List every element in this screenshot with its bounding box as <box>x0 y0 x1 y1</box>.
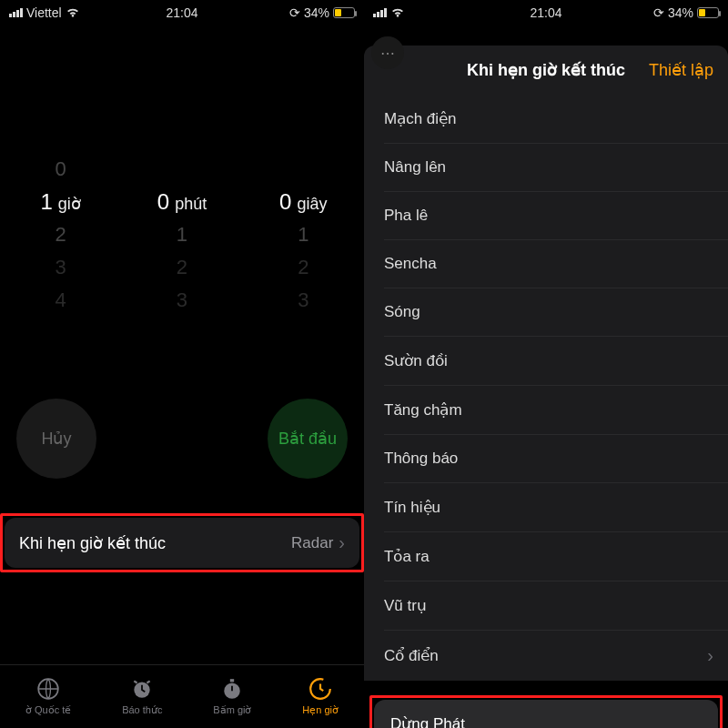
when-timer-ends-value: Radar <box>291 534 333 552</box>
stopwatch-icon <box>220 677 244 701</box>
picker-seconds-column[interactable]: 0giây 1 2 3 <box>248 153 358 317</box>
sound-option-label: Pha lê <box>384 207 428 225</box>
tab-stopwatch[interactable]: Bấm giờ <box>213 677 251 716</box>
sound-option-label: Sóng <box>384 303 420 321</box>
tab-bar: ờ Quốc tế Báo thức Bấm giờ Hẹn giờ <box>0 664 364 728</box>
when-timer-ends-row[interactable]: Khi hẹn giờ kết thúc Radar › <box>5 518 359 568</box>
sound-option[interactable]: Tín hiệu <box>384 483 728 532</box>
battery-icon <box>333 7 355 18</box>
start-button[interactable]: Bắt đầu <box>268 399 348 479</box>
svg-rect-3 <box>230 679 234 682</box>
wifi-icon <box>390 7 405 18</box>
signal-icon <box>9 8 23 17</box>
orientation-lock-icon: ⟳ <box>289 5 300 20</box>
sound-option-label: Sencha <box>384 255 437 273</box>
sound-option[interactable]: Vũ trụ <box>384 581 728 631</box>
sound-option[interactable]: Sóng <box>384 288 728 337</box>
sheet-header: ⋯ Khi hẹn giờ kết thúc Thiết lập <box>364 46 728 95</box>
sound-option-label: Nâng lên <box>384 158 446 177</box>
sound-option-label: Tỏa ra <box>384 547 430 566</box>
sound-option[interactable]: Mạch điện <box>384 95 728 144</box>
pane-sound-picker: 21:04 ⟳ 34% ⋯ Khi hẹn giờ kết thúc Thiết… <box>364 0 728 728</box>
cancel-button[interactable]: Hủy <box>16 399 96 479</box>
sound-option[interactable]: Sencha <box>384 240 728 288</box>
done-button[interactable]: Thiết lập <box>649 60 713 80</box>
timer-icon <box>308 677 332 701</box>
sound-option-label: Mạch điện <box>384 109 457 128</box>
sound-option-label: Tín hiệu <box>384 498 440 517</box>
picker-minutes-column[interactable]: 0phút 1 2 3 <box>127 153 237 317</box>
tab-alarm[interactable]: Báo thức <box>122 677 162 716</box>
status-bar: Viettel 21:04 ⟳ 34% <box>0 0 364 25</box>
sound-option-label: Tăng chậm <box>384 400 462 420</box>
sound-option[interactable]: Pha lê <box>384 192 728 240</box>
pane-timer: Viettel 21:04 ⟳ 34% 0 1giờ 2 3 4 <box>0 0 364 728</box>
tab-timer[interactable]: Hẹn giờ <box>302 677 339 716</box>
sheet-title: Khi hẹn giờ kết thúc <box>467 60 625 80</box>
sheet-grabber-icon[interactable]: ⋯ <box>371 36 404 69</box>
time-picker[interactable]: 0 1giờ 2 3 4 0phút 1 2 3 0giây 1 2 3 <box>0 153 364 317</box>
sound-option[interactable]: Nâng lên <box>384 144 728 192</box>
when-timer-ends-highlight: Khi hẹn giờ kết thúc Radar › <box>0 513 364 572</box>
chevron-right-icon: › <box>707 645 713 666</box>
signal-icon <box>373 8 387 17</box>
sound-option[interactable]: Tỏa ra <box>384 532 728 581</box>
alarm-icon <box>130 677 154 701</box>
button-row: Hủy Bắt đầu <box>0 399 364 479</box>
battery-percent: 34% <box>668 5 693 20</box>
sound-option[interactable]: Tăng chậm <box>384 386 728 435</box>
wifi-icon <box>66 7 80 18</box>
carrier-label: Viettel <box>26 5 62 20</box>
sound-option[interactable]: Thông báo <box>384 435 728 483</box>
battery-icon <box>697 7 719 18</box>
when-timer-ends-label: Khi hẹn giờ kết thúc <box>19 533 166 553</box>
sound-option-label: Thông báo <box>384 450 458 468</box>
sound-sheet: ⋯ Khi hẹn giờ kết thúc Thiết lập Mạch đi… <box>364 33 728 728</box>
stop-playing-highlight: Dừng Phát <box>369 695 723 728</box>
stop-playing-row[interactable]: Dừng Phát <box>374 700 718 728</box>
status-bar: 21:04 ⟳ 34% <box>364 0 728 25</box>
sound-option-label: Cổ điển <box>384 646 439 665</box>
picker-hours-column[interactable]: 0 1giờ 2 3 4 <box>6 153 116 317</box>
sound-option-label: Vũ trụ <box>384 596 427 615</box>
sound-option-label: Sườn đồi <box>384 351 448 370</box>
battery-percent: 34% <box>304 5 329 20</box>
sound-list[interactable]: Mạch điệnNâng lênPha lêSenchaSóngSườn đồ… <box>364 95 728 681</box>
orientation-lock-icon: ⟳ <box>653 5 664 20</box>
sound-option[interactable]: Cổ điển› <box>384 631 728 681</box>
chevron-right-icon: › <box>339 532 345 553</box>
sound-option[interactable]: Sườn đồi <box>384 337 728 386</box>
tab-world-clock[interactable]: ờ Quốc tế <box>25 677 71 716</box>
globe-icon <box>36 677 60 701</box>
